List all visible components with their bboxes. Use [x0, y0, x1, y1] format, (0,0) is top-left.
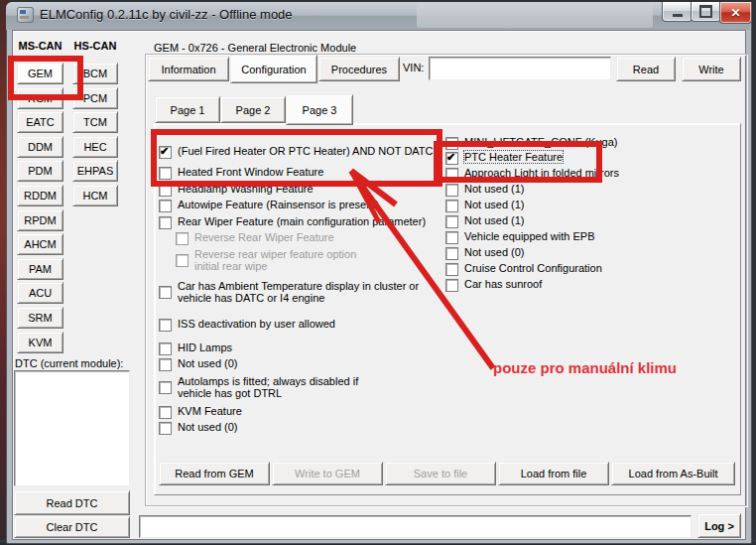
checkbox-row[interactable]: ISS deactivation by user allowed [159, 318, 335, 332]
checkbox[interactable] [445, 168, 458, 181]
read-dtc-button[interactable]: Read DTC [14, 490, 130, 515]
read-from-gem-button[interactable]: Read from GEM [159, 462, 270, 485]
checkbox-row[interactable]: Autowipe Feature (Rainsensor is present) [159, 199, 379, 212]
checkbox[interactable] [159, 319, 172, 332]
checkbox-row[interactable]: HID Lamps [159, 341, 232, 355]
checkbox[interactable] [445, 215, 458, 228]
checkbox[interactable] [445, 263, 458, 276]
checkbox-row[interactable]: Not used (0) [159, 421, 238, 435]
log-button[interactable]: Log > [697, 513, 741, 538]
page-tab-page-2[interactable]: Page 2 [220, 96, 286, 123]
minimize-button[interactable] [662, 2, 693, 22]
module-button-eatc[interactable]: EATC [17, 111, 63, 133]
page-tab-page-1[interactable]: Page 1 [155, 96, 220, 123]
checkbox[interactable] [159, 184, 172, 197]
checkbox-label[interactable]: ISS deactivation by user allowed [178, 318, 335, 330]
module-button-rddm[interactable]: RDDM [17, 185, 63, 206]
tab-procedures[interactable]: Procedures [318, 57, 400, 81]
page-tab-page-3[interactable]: Page 3 [286, 94, 353, 125]
checkbox[interactable] [445, 200, 458, 212]
tab-configuration[interactable]: Configuration [230, 55, 317, 83]
module-button-rcm[interactable]: RCM [17, 87, 63, 109]
checkbox-label[interactable]: Not used (1) [464, 183, 525, 195]
checkbox-row[interactable]: Not used (1) [445, 183, 525, 197]
checkbox-label[interactable]: KVM Feature [178, 405, 242, 417]
checkbox[interactable] [159, 200, 172, 212]
checkbox[interactable] [159, 216, 172, 229]
checkbox-label[interactable]: Autolamps is fitted; always disabled ifv… [178, 375, 358, 399]
checkbox-row[interactable]: Car has sunroof [445, 278, 542, 292]
checkbox[interactable] [159, 286, 172, 299]
tab-information[interactable]: Information [148, 57, 229, 81]
checkbox[interactable] [176, 254, 189, 267]
checkbox-row[interactable]: Reverse rear wiper feature optioninitial… [176, 248, 356, 272]
checkbox-label[interactable]: Car has sunroof [464, 278, 542, 290]
checkbox-row[interactable]: Heated Front Window Feature [159, 166, 323, 180]
checkbox-row[interactable]: Rear Wiper Feature (main configuration p… [159, 215, 426, 229]
checkbox-label[interactable]: Not used (1) [464, 214, 525, 226]
module-button-ehpas[interactable]: EHPAS [72, 160, 118, 182]
module-button-kvm[interactable]: KVM [17, 332, 63, 353]
module-button-pam[interactable]: PAM [17, 258, 63, 280]
checkbox-row[interactable]: Headlamp Washing Feature [159, 183, 314, 197]
checkbox-label[interactable]: PTC Heater Feature [464, 151, 563, 163]
checkbox-label[interactable]: Not used (0) [178, 421, 238, 433]
load-from-file-button[interactable]: Load from file [498, 462, 609, 485]
module-button-hcm[interactable]: HCM [72, 185, 118, 206]
write-button[interactable]: Write [682, 57, 741, 81]
module-button-bcm[interactable]: BCM [72, 63, 118, 84]
close-button[interactable]: ✕ [719, 2, 752, 24]
checkbox-label[interactable]: Autowipe Feature (Rainsensor is present) [178, 199, 379, 210]
checkbox-row[interactable]: Car has Ambient Temperature display in c… [159, 280, 419, 304]
checkbox-row[interactable]: Reverse Rear Wiper Feature [176, 231, 334, 245]
checkbox-row[interactable]: Vehicle equipped with EPB [445, 230, 594, 244]
module-button-hec[interactable]: HEC [72, 136, 118, 158]
checkbox[interactable] [445, 137, 458, 150]
module-button-tcm[interactable]: TCM [72, 111, 118, 133]
checkbox[interactable] [159, 342, 172, 355]
module-button-rpdm[interactable]: RPDM [17, 209, 63, 231]
checkbox-label[interactable]: Not used (1) [464, 199, 525, 210]
checkbox-label[interactable]: (Fuel Fired Heater OR PTC Heater) AND NO… [178, 145, 434, 157]
checkbox[interactable] [445, 231, 458, 244]
checkbox-label[interactable]: HID Lamps [178, 341, 232, 353]
checkbox[interactable] [176, 232, 189, 245]
checkbox-row[interactable]: Not used (1) [445, 214, 525, 228]
checkbox[interactable] [159, 358, 172, 371]
module-button-ahcm[interactable]: AHCM [17, 233, 63, 255]
checkbox-row[interactable]: Approach Light in folded mirrors [445, 167, 619, 181]
checkbox-label[interactable]: Reverse rear wiper feature optioninitial… [194, 248, 356, 272]
maximize-button[interactable] [691, 2, 721, 22]
checkbox-label[interactable]: Heated Front Window Feature [178, 166, 323, 178]
checkbox-row[interactable]: Cruise Control Configuration [445, 262, 602, 276]
checkbox-row[interactable]: ✔PTC Heater Feature [445, 151, 563, 165]
checkbox-label[interactable]: Not used (0) [178, 357, 238, 369]
vin-input[interactable] [429, 57, 611, 80]
checkbox-label[interactable]: Reverse Rear Wiper Feature [194, 231, 334, 243]
checkbox-label[interactable]: Cruise Control Configuration [464, 262, 602, 274]
dtc-listbox[interactable] [14, 370, 130, 486]
checkbox-row[interactable]: KVM Feature [159, 405, 242, 419]
clear-dtc-button[interactable]: Clear DTC [14, 516, 130, 538]
checkbox-label[interactable]: Car has Ambient Temperature display in c… [178, 280, 419, 304]
checkbox[interactable]: ✔ [159, 146, 172, 159]
checkbox[interactable] [159, 406, 172, 419]
checkbox[interactable] [445, 247, 458, 260]
module-button-gem[interactable]: GEM [17, 63, 63, 84]
checkbox-row[interactable]: Not used (1) [445, 199, 525, 212]
checkbox-label[interactable]: Rear Wiper Feature (main configuration p… [178, 215, 426, 227]
checkbox[interactable] [159, 167, 172, 180]
checkbox-row[interactable]: Not used (0) [159, 357, 238, 371]
checkbox-label[interactable]: Vehicle equipped with EPB [464, 230, 594, 242]
checkbox[interactable] [159, 381, 172, 394]
module-button-srm[interactable]: SRM [17, 307, 63, 329]
status-input[interactable] [139, 515, 692, 538]
checkbox[interactable] [445, 279, 458, 292]
module-button-pdm[interactable]: PDM [17, 160, 63, 182]
checkbox-row[interactable]: ✔(Fuel Fired Heater OR PTC Heater) AND N… [159, 145, 434, 159]
checkbox-label[interactable]: Headlamp Washing Feature [178, 183, 314, 195]
checkbox-row[interactable]: Autolamps is fitted; always disabled ifv… [159, 375, 358, 399]
module-button-pcm[interactable]: PCM [72, 87, 118, 109]
module-button-ddm[interactable]: DDM [17, 136, 63, 158]
checkbox-row[interactable]: Not used (0) [445, 246, 525, 260]
